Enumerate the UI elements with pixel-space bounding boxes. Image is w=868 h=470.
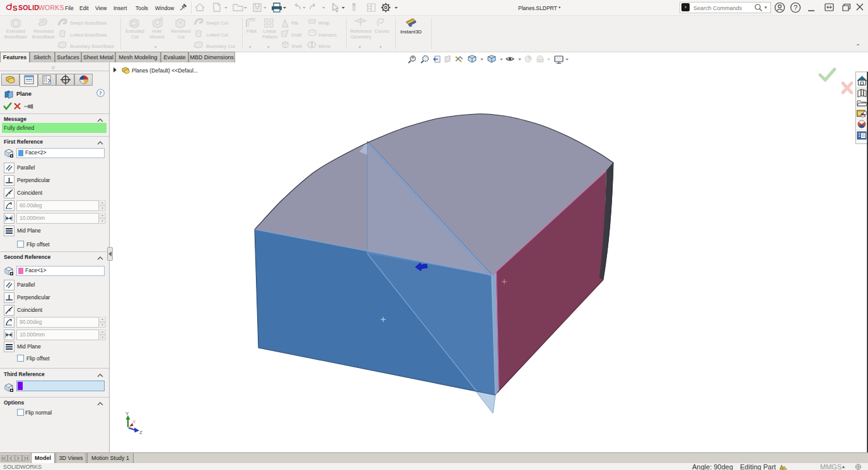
svg-text:Z: Z bbox=[139, 430, 142, 435]
svg-text:X: X bbox=[132, 419, 136, 425]
svg-text:Y: Y bbox=[125, 411, 129, 416]
